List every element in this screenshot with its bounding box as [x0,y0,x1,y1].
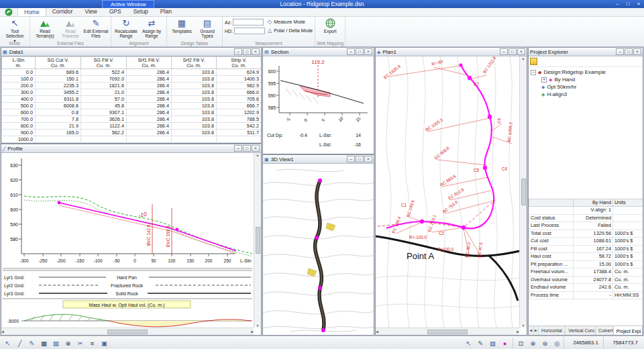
polar-delta-mode-toggle[interactable]: △Polar / Delta Mode [268,28,313,34]
tab-horizontal[interactable]: Horizontal ... [539,326,566,335]
plan-horizontal-scrollbar[interactable]: ◀▶ [376,328,519,335]
edit-external-files-button[interactable]: ✎ Edit External Files [83,17,109,38]
pencil-icon[interactable]: ✎ [475,338,486,348]
tab-scroll-right-icon[interactable]: ▶ [534,326,539,335]
az-input[interactable] [233,19,264,26]
assign-by-range-button[interactable]: ⇄ Assign by Range [139,17,164,38]
data1-titlebar[interactable]: ▦ Data1 – □ × [1,48,261,56]
expand-icon[interactable]: + [541,77,547,83]
tab-gps[interactable]: GPS [103,7,127,16]
ground-types-button[interactable]: ▤ Ground Types [195,17,220,38]
zoom-out-icon[interactable]: ⊖ [539,338,551,348]
hd-input[interactable] [234,28,265,34]
column-header[interactable]: SG Fill V.Cu. m. [81,57,127,69]
scrollbar-thumb[interactable] [427,330,468,334]
window-titlebar[interactable]: Location - Ridgetop Example.dsn Active W… [0,0,644,8]
tab-project-explorer[interactable]: Project Expl... [614,326,643,335]
grid-icon[interactable]: ▦ [38,338,50,348]
panel-minimize-button[interactable]: – [616,48,624,55]
table-row[interactable]: Overhaul volume24077.8Cu. m. [529,276,643,284]
edit-point-icon[interactable]: ✎ [26,338,38,348]
tab-home[interactable]: Home [17,7,46,16]
table-row[interactable]: 0.0689.6522.4286.4103.8624.9 [2,69,262,76]
recalculate-range-button[interactable]: ↻ Recalculate Range [113,17,139,38]
cut-icon[interactable]: ✂ [74,338,86,348]
project-icon[interactable] [530,58,537,65]
column-header[interactable]: L-Stnm. [2,57,36,69]
section-content[interactable]: 115.2 600 595 590 585 -5 0 5 10 [263,56,374,154]
scroll-up-icon[interactable]: ▲ [520,56,527,60]
table-row[interactable]: Pit preparation ...15.001000's $ [529,260,643,268]
profile-content[interactable]: 630 620 610 600 590 580 BVC 142.6 EVC 19… [1,153,261,335]
column-header[interactable]: Strip V.Cu. m. [217,57,262,69]
read-traverse-button[interactable]: Read Traverse [58,17,83,38]
tool-selection-button[interactable]: ↖ Tool Selection ▾ [2,17,28,43]
scrollbar-thumb[interactable] [256,227,260,254]
panel-close-button[interactable]: × [252,48,260,55]
tab-scroll-left-icon[interactable]: ◀ [529,326,534,335]
panel-maximize-button[interactable]: □ [243,48,251,55]
panel-minimize-button[interactable]: – [347,48,355,55]
panel-close-button[interactable]: × [364,48,372,55]
table-row[interactable]: Process time-HH:MM.SS [529,291,643,299]
report-icon[interactable]: ▤ [487,338,498,348]
templates-button[interactable]: ▦ Templates [169,17,195,34]
export-button[interactable]: Export [317,17,343,34]
column-header[interactable]: Srf1 Fill V.Cu. m. [127,57,172,69]
view3d-titlebar[interactable]: ▣ 3D View1 – □ × [263,155,374,164]
section-titlebar[interactable]: ▤ Section – □ × [263,48,374,56]
table-row[interactable]: Freehaul volum...17388.4Cu. m. [529,268,643,277]
table-row[interactable]: Total cost1329.561000's $ [529,230,643,238]
select-tool-icon[interactable]: ↖ [2,338,13,348]
panel-maximize-button[interactable]: □ [243,145,251,152]
plan-content[interactable]: EC 1335.9 R=-60 BC 1311.6 C7 C6 BC 1058.… [376,56,527,335]
table-row[interactable]: 500.06008.645.8286.4103.8666.7 [2,103,262,109]
table-row[interactable]: 700.07.83626.1286.4103.8788.5 [2,116,262,123]
props-header-blank[interactable] [529,199,574,207]
window-maximize-button[interactable]: □ [623,0,633,8]
profile-horizontal-scrollbar[interactable]: ◀▶ [1,328,254,335]
scrollbar-thumb[interactable] [521,179,526,205]
zoom-extents-icon[interactable]: ◎ [551,338,563,348]
view3d-content[interactable] [263,164,374,335]
tab-corridor[interactable]: Corridor [46,7,79,16]
profile-chart[interactable]: 630 620 610 600 590 580 BVC 142.6 EVC 19… [1,153,254,329]
tab-view[interactable]: View [78,7,103,16]
panel-maximize-button[interactable]: □ [625,48,633,55]
profile-vertical-scrollbar[interactable]: ▲▼ [254,153,261,328]
tab-culvert[interactable]: Culvert [596,326,614,335]
pointer-icon[interactable]: ↖ [463,338,474,348]
panel-minimize-button[interactable]: – [234,48,242,55]
table-row[interactable]: 100.0150.17092.0286.4103.81400.3 [2,76,262,83]
table-row[interactable]: 800.021.91122.4286.4103.8542.2 [2,123,262,130]
read-terrains-button[interactable]: Read Terrain(s) [32,17,58,38]
table-row[interactable]: Fill cost167.241000's $ [529,245,643,253]
panel-minimize-button[interactable]: – [347,156,355,162]
cum-total-row[interactable]: Cum. Tot. 19047.1 24177.6 2864.0 1038.0 … [2,143,262,144]
scroll-left-icon[interactable]: ◀ [376,330,378,334]
tree-item-opt-50[interactable]: ◈ Opt 50km/hr [531,83,643,91]
table-row[interactable]: 400.06311.857.0286.4103.8705.6 [2,96,262,103]
scroll-left-icon[interactable]: ◀ [1,330,4,334]
project-explorer-titlebar[interactable]: Project Explorer – □ × [529,48,643,56]
props-header-by-hand[interactable]: By Hand [574,199,613,207]
table-row[interactable]: 200.02235.31821.6286.4103.8982.9 [2,83,262,89]
panel-close-button[interactable]: × [633,48,641,55]
layers-icon[interactable]: ≡ [87,338,98,348]
column-header[interactable]: Srf2 Fill V.Cu. m. [172,57,217,69]
tab-plan[interactable]: Plan [154,7,178,16]
collapse-icon[interactable]: − [531,70,536,75]
table-icon[interactable]: ▤ [50,338,62,348]
add-point-icon[interactable]: ⊕ [62,338,74,348]
zoom-window-icon[interactable]: ⊡ [515,338,527,348]
panel-maximize-button[interactable]: □ [508,48,517,55]
scroll-up-icon[interactable]: ▲ [254,153,261,157]
props-header-units[interactable]: Units [613,199,643,207]
active-window-badge[interactable]: Active Window [102,0,154,8]
table-row[interactable]: Haul cost58.721000's $ [529,253,643,261]
tree-item-by-hand[interactable]: + ◈ By Hand [531,76,643,83]
panel-close-button[interactable]: × [517,48,525,55]
table-row[interactable]: Cost statusDetermined [529,214,643,222]
data1-content[interactable]: L-Stnm. SG Cut V.Cu. m. SG Fill V.Cu. m.… [1,56,261,143]
table-row[interactable]: 300.03455.221.0286.4103.8666.0 [2,89,262,96]
